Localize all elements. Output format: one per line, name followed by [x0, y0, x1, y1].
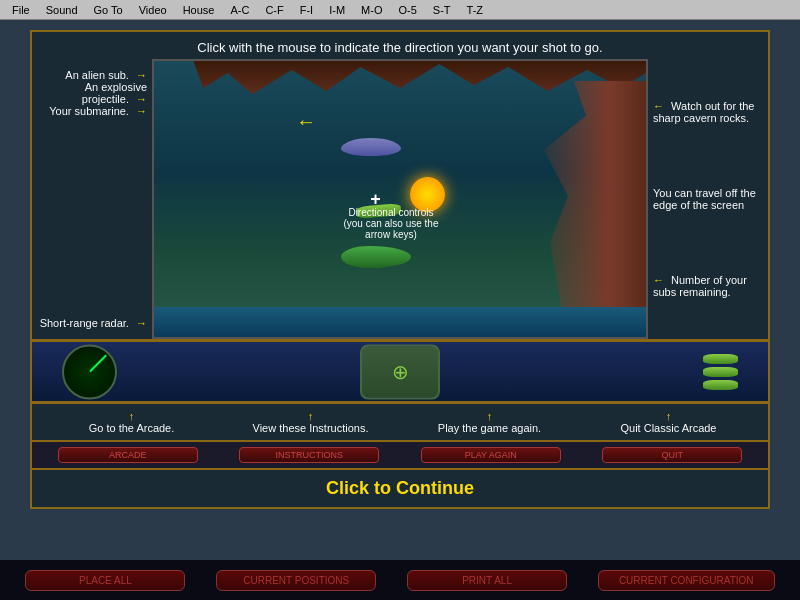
- menu-st[interactable]: S-T: [425, 2, 459, 18]
- alien-sub-label: An alien sub. →: [37, 69, 147, 81]
- sub-icon-1: [703, 354, 738, 364]
- rock-ceiling: [154, 61, 646, 121]
- menu-video[interactable]: Video: [131, 2, 175, 18]
- menu-mo[interactable]: M-O: [353, 2, 390, 18]
- travel-edge-label: You can travel off the edge of the scree…: [653, 187, 763, 211]
- quit-label: ↑ Quit Classic Arcade: [579, 410, 758, 434]
- radar-display: [62, 344, 117, 399]
- menu-sound[interactable]: Sound: [38, 2, 86, 18]
- alien-submarine: [341, 138, 401, 156]
- water-floor: [154, 307, 646, 337]
- sub-icon-2: [703, 367, 738, 377]
- go-arcade-label: ↑ Go to the Arcade.: [42, 410, 221, 434]
- bottom-buttons: PLACE ALL CURRENT POSITIONS PRINT ALL CU…: [0, 560, 800, 600]
- button-instructions[interactable]: INSTRUCTIONS: [239, 447, 379, 463]
- btn-print-all[interactable]: PRINT ALL: [407, 570, 567, 591]
- player-submarine: [341, 246, 411, 268]
- menu-fi[interactable]: F-I: [292, 2, 321, 18]
- game-viewport[interactable]: + ↓ Directional controls (you can also u…: [152, 59, 648, 339]
- button-quit[interactable]: QUIT: [602, 447, 742, 463]
- top-instruction: Click with the mouse to indicate the dir…: [197, 40, 602, 55]
- menu-tz[interactable]: T-Z: [459, 2, 492, 18]
- control-strip: ⊕: [32, 339, 768, 404]
- view-instructions-label: ↑ View these Instructions.: [221, 410, 400, 434]
- left-annotations: An alien sub. → An explosive projectile.…: [32, 59, 152, 339]
- btn-current-config[interactable]: CURRENT CONFIGURATION: [598, 570, 775, 591]
- click-continue-text: Click to Continue: [326, 478, 474, 498]
- right-annotations: ← Watch out for the sharp cavern rocks. …: [648, 59, 768, 339]
- menu-cf[interactable]: C-F: [257, 2, 291, 18]
- button-row: ARCADE INSTRUCTIONS PLAY AGAIN QUIT: [32, 440, 768, 470]
- rock-right: [526, 81, 646, 311]
- menu-goto[interactable]: Go To: [86, 2, 131, 18]
- outer-frame: Click with the mouse to indicate the dir…: [30, 30, 770, 509]
- viewport-section: An alien sub. → An explosive projectile.…: [32, 59, 768, 339]
- menu-file[interactable]: File: [4, 2, 38, 18]
- menu-ac[interactable]: A-C: [222, 2, 257, 18]
- dir-controls-label: Directional controls (you can also use t…: [341, 207, 441, 240]
- menu-im[interactable]: I-M: [321, 2, 353, 18]
- menu-bar: File Sound Go To Video House A-C C-F F-I…: [0, 0, 800, 20]
- sub-count-label: ← Number of your subs remaining.: [653, 274, 763, 298]
- sub-icons: [703, 354, 738, 390]
- main-area: Click with the mouse to indicate the dir…: [0, 20, 800, 600]
- menu-house[interactable]: House: [175, 2, 223, 18]
- crosshair: +: [370, 189, 381, 210]
- projectile-label: An explosive projectile. →: [37, 81, 147, 105]
- radar-label: Short-range radar. →: [37, 317, 147, 329]
- button-arcade[interactable]: ARCADE: [58, 447, 198, 463]
- btn-current-positions[interactable]: CURRENT POSITIONS: [216, 570, 376, 591]
- watch-rocks-label: ← Watch out for the sharp cavern rocks.: [653, 100, 763, 124]
- dir-pad-icon: ⊕: [392, 360, 409, 384]
- bottom-annotations: ↑ Go to the Arcade. ↑ View these Instruc…: [32, 404, 768, 440]
- play-again-label: ↑ Play the game again.: [400, 410, 579, 434]
- menu-o5[interactable]: O-5: [390, 2, 424, 18]
- btn-place-all[interactable]: PLACE ALL: [25, 570, 185, 591]
- your-sub-label: Your submarine. →: [37, 105, 147, 117]
- button-play-again[interactable]: PLAY AGAIN: [421, 447, 561, 463]
- click-continue[interactable]: Click to Continue: [32, 470, 768, 507]
- directional-pad[interactable]: ⊕: [360, 344, 440, 399]
- down-arrow-viewport: ↓: [295, 117, 318, 127]
- instruction-text: Click with the mouse to indicate the dir…: [32, 32, 768, 59]
- sub-icon-3: [703, 380, 738, 390]
